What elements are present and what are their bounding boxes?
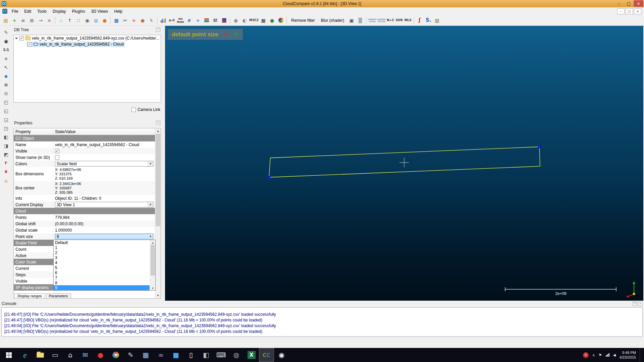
- camera-link-control[interactable]: Camera Link: [131, 107, 160, 112]
- prism-view-icon[interactable]: ◆: [2, 72, 10, 80]
- network-icon[interactable]: [606, 353, 609, 357]
- sphere-tool-icon[interactable]: ●: [232, 16, 240, 24]
- mdi-close-button[interactable]: ×: [634, 8, 641, 14]
- subsample-icon[interactable]: ∷: [74, 16, 83, 24]
- view-back-icon[interactable]: ◳: [2, 124, 10, 132]
- pivot-toggle-icon[interactable]: ⊕: [2, 81, 10, 88]
- view-top-icon[interactable]: ◰: [2, 98, 10, 106]
- magnifier-icon[interactable]: ⊙: [2, 89, 10, 97]
- point-density-icon[interactable]: p.d: [168, 16, 176, 24]
- dropdown-scrollbar[interactable]: ▲ ▼: [150, 240, 155, 290]
- dropdown-scrollbar-thumb[interactable]: [151, 245, 155, 276]
- apply-transformation-icon[interactable]: +: [10, 16, 18, 24]
- show-hidden-icons[interactable]: ∧: [592, 353, 595, 357]
- delete-icon[interactable]: ×: [45, 16, 53, 24]
- s-tool-icon[interactable]: S.: [424, 16, 432, 24]
- screenshot-camera-icon[interactable]: ◉: [2, 37, 10, 45]
- sor-filter-icon[interactable]: SOR: [395, 16, 403, 24]
- m3c2-icon[interactable]: M3C2: [249, 16, 259, 24]
- cloud-visibility-checkbox[interactable]: ✓: [28, 42, 32, 47]
- chevron-down-icon[interactable]: ▼: [148, 234, 153, 239]
- point-size-combobox[interactable]: 9▼: [55, 234, 153, 239]
- taskbar-media-app[interactable]: ●: [93, 348, 108, 362]
- sf-gradient-icon[interactable]: [220, 16, 228, 24]
- histogram-icon[interactable]: [159, 16, 167, 24]
- point-size-option-9[interactable]: 9: [54, 285, 150, 290]
- sphere-rgb-icon[interactable]: [277, 16, 285, 24]
- close-button[interactable]: ×: [634, 0, 643, 7]
- menu-edit[interactable]: Edit: [21, 8, 34, 15]
- menu-help[interactable]: Help: [111, 8, 125, 15]
- interactive-tool-icon[interactable]: ϟ: [147, 16, 155, 24]
- zoom-1-1-icon[interactable]: 1:1: [2, 46, 10, 54]
- alert-badge-icon[interactable]: ✕: [583, 352, 589, 358]
- pencil-icon[interactable]: ✎: [2, 28, 10, 36]
- console-log[interactable]: [21:46:47] [I/O] File 'C:/Users/hwilde/D…: [1, 307, 643, 337]
- export-cube-icon[interactable]: ▧: [433, 16, 441, 24]
- sf-arithmetic-icon[interactable]: SF: [211, 16, 219, 24]
- console-float-button[interactable]: ❒: [633, 302, 637, 306]
- menu-display[interactable]: Display: [50, 8, 69, 15]
- taskbar-start-button[interactable]: [0, 348, 17, 362]
- visible-checkbox[interactable]: ✓: [55, 149, 59, 153]
- view-bottom-icon[interactable]: ◱: [2, 107, 10, 115]
- taskbar-browser-app[interactable]: ◍: [229, 348, 244, 362]
- taskbar-blue-app[interactable]: ■: [168, 348, 183, 362]
- current-display-combobox[interactable]: 3D View 1▼: [55, 202, 153, 207]
- taskbar-mail-app[interactable]: ✉: [78, 348, 93, 362]
- property-value[interactable]: ✓: [53, 148, 155, 154]
- tab-parameters[interactable]: Parameters: [46, 293, 71, 298]
- taskbar-chrome[interactable]: [108, 348, 123, 362]
- align-point-pairs-icon[interactable]: ∴: [57, 16, 65, 24]
- remove-filter-button[interactable]: Remove filter: [288, 17, 318, 24]
- show-name-in-3d--checkbox[interactable]: [55, 155, 59, 160]
- action-center-flag-icon[interactable]: ⚑: [599, 353, 602, 357]
- menu-plugins[interactable]: Plugins: [69, 8, 88, 15]
- console-close-button[interactable]: ×: [638, 302, 642, 306]
- canupo-create-icon[interactable]: CANUPO Create: [368, 16, 377, 24]
- point-size-option-6[interactable]: 6: [54, 270, 150, 275]
- open-file-icon[interactable]: ▤: [2, 16, 10, 24]
- register-icp-icon[interactable]: ◉: [83, 16, 91, 24]
- point-size-option-8[interactable]: 8: [54, 280, 150, 285]
- view-left-icon[interactable]: ◧: [2, 133, 10, 141]
- view-iso-1-icon[interactable]: ◩: [2, 150, 10, 158]
- export-icon[interactable]: →: [37, 16, 45, 24]
- scroll-down-icon[interactable]: ▼: [155, 293, 161, 298]
- db-tree[interactable]: ✓ velo_in_rtk_frame_output_1423594562.84…: [13, 35, 161, 103]
- rgb-bands-icon[interactable]: [203, 16, 211, 24]
- maximize-button[interactable]: □: [624, 0, 634, 7]
- tree-item-cloud[interactable]: ✓ velo_in_rtk_frame_output_1423594562 - …: [14, 41, 161, 47]
- properties-float-button[interactable]: ❒: [156, 121, 160, 125]
- taskbar-github-desktop[interactable]: ◉: [274, 348, 289, 362]
- blur-shader-button[interactable]: Blur (shader): [318, 17, 347, 24]
- point-size-option-4[interactable]: 4: [54, 260, 150, 265]
- taskbar-remote-desktop[interactable]: ▭: [48, 348, 63, 362]
- point-size-dropdown[interactable]: Default123456789 ▲ ▼: [53, 240, 156, 291]
- taskbar-visual-studio[interactable]: ∞: [153, 348, 168, 362]
- segment-icon[interactable]: ▩: [112, 16, 120, 24]
- taskbar-notepad[interactable]: ▯: [183, 348, 199, 362]
- zoom-fit-icon[interactable]: +: [2, 55, 10, 62]
- camera-link-checkbox[interactable]: [131, 108, 136, 112]
- menu-tools[interactable]: Tools: [34, 8, 50, 15]
- volume-icon[interactable]: ◀: [613, 353, 616, 357]
- tree-expander-icon[interactable]: [15, 38, 18, 39]
- taskbar-clock[interactable]: 9:49 PM 4/23/2015: [620, 350, 636, 360]
- point-size-option-7[interactable]: 7: [54, 275, 150, 280]
- properties-scrollbar[interactable]: ▲ ▼: [155, 128, 161, 298]
- mls-smoothing-icon[interactable]: MLS: [404, 16, 412, 24]
- clone-icon[interactable]: ⊞: [28, 16, 36, 24]
- ssao-filter-icon[interactable]: ▒: [356, 16, 364, 24]
- taskbar-editor-app[interactable]: ✎: [123, 348, 138, 362]
- increase-point-size-button[interactable]: +: [233, 31, 238, 38]
- db-tree-list-icon[interactable]: ≡: [19, 16, 27, 24]
- 3d-viewport[interactable]: default point size − + 2e+06: [165, 26, 643, 301]
- apply-scale-icon[interactable]: ↑: [66, 16, 74, 24]
- edl-filter-icon[interactable]: ▣: [347, 16, 356, 24]
- cross-section-icon[interactable]: ✂: [121, 16, 129, 24]
- point-size-option-1[interactable]: 1: [54, 245, 150, 250]
- point-list-picking-icon[interactable]: ◉: [139, 16, 147, 24]
- chevron-down-icon[interactable]: ▼: [148, 202, 153, 207]
- minimize-button[interactable]: –: [614, 0, 624, 7]
